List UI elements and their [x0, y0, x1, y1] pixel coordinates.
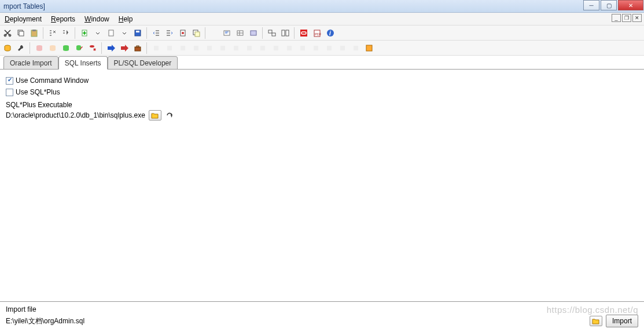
step-icon: [150, 42, 163, 54]
svg-rect-45: [287, 46, 292, 50]
window-title: mport Tables]: [3, 2, 45, 10]
watermark: https://blog.csdn.net/q: [547, 305, 638, 315]
help-icon[interactable]: i: [324, 27, 337, 39]
svg-rect-50: [354, 46, 358, 50]
svg-rect-5: [32, 30, 36, 31]
query-builder-icon[interactable]: [234, 27, 246, 39]
indent-right-icon[interactable]: [163, 27, 176, 39]
db-edit-icon[interactable]: [73, 42, 86, 54]
tab-oracle-import[interactable]: Oracle Import: [3, 56, 58, 70]
svg-rect-47: [314, 46, 318, 50]
svg-rect-41: [234, 46, 238, 50]
svg-text:PDF: PDF: [315, 32, 321, 36]
svg-rect-16: [251, 31, 256, 35]
briefcase-icon[interactable]: [131, 42, 144, 54]
tab-sql-inserts[interactable]: SQL Inserts: [58, 56, 108, 70]
browse-sqlplus-button[interactable]: [149, 110, 161, 121]
close-button[interactable]: ✕: [618, 0, 643, 10]
import-file-path: E:\yilei\文档\orgAdmin.sql: [6, 316, 590, 326]
step-icon: [256, 42, 269, 54]
toolbar-2: [0, 41, 644, 56]
step-icon: [336, 42, 349, 54]
menu-window[interactable]: Window: [81, 14, 113, 24]
connect-icon[interactable]: [1, 42, 14, 54]
refresh-icon[interactable]: [165, 111, 174, 119]
arrow-red-icon[interactable]: [118, 42, 131, 54]
step-icon: [323, 42, 336, 54]
oracle-icon[interactable]: [297, 27, 310, 39]
use-sqlplus-label: Use SQL*Plus: [16, 88, 60, 96]
find-icon[interactable]: [46, 27, 59, 39]
menubar: Deployment Reports Window Help _ ❐ ✕: [0, 13, 644, 25]
use-command-window-checkbox[interactable]: [6, 77, 13, 85]
cut-icon[interactable]: [1, 27, 14, 39]
maximize-button[interactable]: ▢: [601, 0, 617, 10]
arrow-blue-icon[interactable]: [105, 42, 117, 54]
svg-rect-17: [268, 30, 272, 33]
step-icon: [230, 42, 242, 54]
svg-rect-43: [260, 46, 265, 50]
svg-rect-51: [366, 45, 372, 51]
svg-rect-38: [194, 46, 198, 50]
svg-rect-34: [137, 46, 139, 47]
open-icon[interactable]: [105, 27, 117, 39]
step-icon: [216, 42, 229, 54]
sql-window-icon[interactable]: [247, 27, 260, 39]
minimize-button[interactable]: ─: [583, 0, 599, 10]
stop-icon[interactable]: [363, 42, 376, 54]
svg-rect-37: [181, 46, 185, 50]
menu-reports[interactable]: Reports: [47, 14, 79, 24]
dropdown-icon[interactable]: [118, 27, 131, 39]
folder-icon: [151, 112, 159, 119]
titlebar: mport Tables] ─ ▢ ✕: [0, 0, 644, 13]
explain-icon[interactable]: [220, 27, 233, 39]
svg-rect-42: [247, 46, 252, 50]
window-controls: ─ ▢ ✕: [583, 0, 644, 12]
menu-deployment[interactable]: Deployment: [1, 14, 45, 24]
sqlplus-executable-path: D:\oracle\product\10.2.0\db_1\bin\sqlplu…: [6, 111, 145, 119]
mdi-restore[interactable]: ❐: [622, 14, 631, 22]
svg-rect-18: [272, 33, 275, 36]
svg-rect-49: [340, 46, 345, 50]
svg-rect-36: [167, 46, 172, 50]
menu-help[interactable]: Help: [115, 14, 137, 24]
save-icon[interactable]: [131, 27, 144, 39]
mdi-minimize[interactable]: _: [612, 14, 621, 22]
dropdown-icon[interactable]: [91, 27, 104, 39]
pdf-icon[interactable]: PDF: [311, 27, 323, 39]
svg-rect-19: [282, 30, 285, 36]
use-sqlplus-checkbox[interactable]: [6, 89, 13, 96]
bookmark-icon[interactable]: [176, 27, 189, 39]
wrench-icon[interactable]: [14, 42, 27, 54]
import-file-label: Import file: [6, 305, 638, 313]
svg-rect-39: [207, 46, 212, 50]
tabbar: Oracle Import SQL Inserts PL/SQL Develop…: [0, 56, 644, 70]
step-icon: [190, 42, 203, 54]
tile-icon[interactable]: [279, 27, 292, 39]
new-icon[interactable]: [78, 27, 91, 39]
toolbar-1: PDF i: [0, 25, 644, 41]
step-icon: [349, 42, 362, 54]
import-button[interactable]: Import: [606, 315, 638, 327]
template-icon[interactable]: [190, 27, 203, 39]
content-area: Use Command Window Use SQL*Plus SQL*Plus…: [0, 70, 644, 295]
db-delete-icon[interactable]: [86, 42, 99, 54]
svg-point-32: [90, 45, 94, 48]
copy-icon[interactable]: [14, 27, 27, 39]
db-green-icon[interactable]: [60, 42, 72, 54]
use-command-window-label: Use Command Window: [16, 76, 89, 85]
indent-left-icon[interactable]: [150, 27, 163, 39]
svg-rect-3: [19, 31, 24, 36]
find-next-icon[interactable]: [60, 27, 72, 39]
step-icon: [243, 42, 256, 54]
tab-plsql-developer[interactable]: PL/SQL Developer: [108, 56, 178, 70]
paste-icon[interactable]: [28, 27, 41, 39]
step-icon: [283, 42, 296, 54]
mdi-controls: _ ❐ ✕: [612, 14, 642, 22]
window-list-icon[interactable]: [266, 27, 278, 39]
svg-rect-33: [135, 47, 141, 51]
svg-rect-20: [286, 30, 289, 36]
mdi-close[interactable]: ✕: [632, 14, 642, 22]
svg-rect-46: [300, 46, 305, 50]
browse-import-button[interactable]: [590, 316, 602, 326]
